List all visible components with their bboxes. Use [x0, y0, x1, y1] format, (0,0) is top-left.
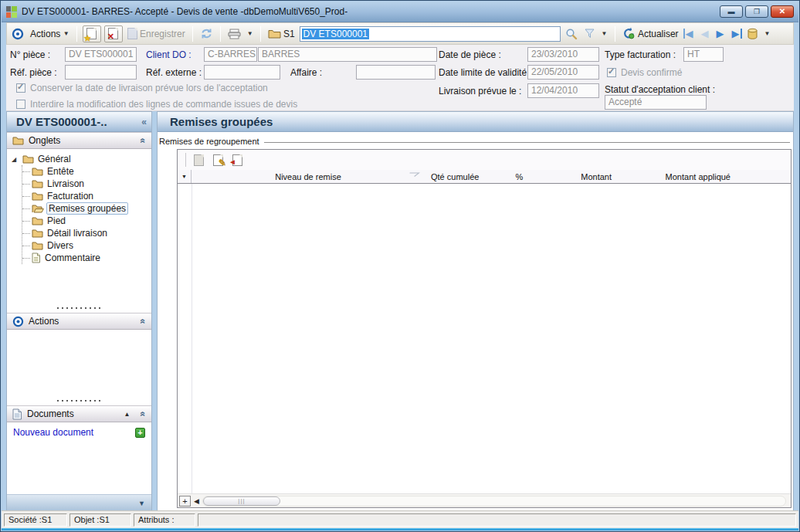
- sort-filter-icon[interactable]: [409, 171, 420, 181]
- search-button[interactable]: [564, 28, 579, 40]
- print-dropdown-button[interactable]: ▼: [246, 31, 255, 37]
- sync-icon: [200, 28, 213, 39]
- column-label: Montant appliqué: [666, 172, 731, 181]
- panel-header-actions[interactable]: Actions «: [7, 313, 151, 330]
- save-button: Enregistrer: [126, 28, 187, 39]
- folder-icon: [32, 229, 43, 238]
- tree-node-livraison[interactable]: Livraison: [22, 178, 148, 190]
- app-icon: [6, 6, 17, 17]
- filter-dropdown-button[interactable]: ▼: [600, 31, 609, 37]
- column-header-montant[interactable]: Montant: [541, 170, 618, 183]
- database-button[interactable]: [745, 28, 760, 40]
- tree-node-label: Livraison: [47, 178, 84, 189]
- collapse-panel-icon[interactable]: «: [138, 138, 149, 144]
- sync-button[interactable]: [198, 28, 215, 39]
- groupbox-label: Remises de regroupement: [159, 137, 259, 146]
- next-record-button[interactable]: ▶: [714, 29, 727, 39]
- database-dropdown-button[interactable]: ▼: [763, 31, 772, 37]
- toolbar-separator: [260, 26, 261, 42]
- scrollbar-thumb[interactable]: |||: [203, 496, 280, 506]
- delete-record-button[interactable]: ✕: [104, 25, 123, 42]
- add-row-button[interactable]: +: [179, 496, 191, 507]
- window-bottom-edge: [2, 528, 798, 530]
- toolbar-separator: [220, 26, 221, 42]
- print-button[interactable]: [226, 29, 242, 39]
- refresh-button[interactable]: Actualiser: [621, 27, 680, 40]
- toolbar-separator: [185, 153, 186, 167]
- status-societe: Société :S1: [4, 513, 67, 527]
- filter-button[interactable]: [582, 28, 597, 39]
- column-header-qte-cumulee[interactable]: Qté cumulée: [425, 170, 498, 183]
- tree-node-label: Remises groupées: [46, 202, 128, 215]
- tree-node-entete[interactable]: Entête: [22, 165, 148, 178]
- horizontal-scrollbar[interactable]: |||: [202, 496, 786, 507]
- tree-node-general[interactable]: ◢ Général: [12, 153, 148, 165]
- tree-node-commentaire[interactable]: Commentaire: [22, 252, 148, 264]
- new-record-button[interactable]: ★: [83, 25, 101, 42]
- tree-node-pied[interactable]: Pied: [22, 215, 148, 227]
- window-title: DV ETS000001- BARRES- Accepté - Devis de…: [22, 6, 347, 17]
- conserver-date-checkbox: [16, 83, 25, 93]
- row-selector-header[interactable]: ▼: [178, 170, 192, 183]
- panel-splitter[interactable]: [7, 303, 151, 313]
- collapse-panel-icon[interactable]: «: [138, 319, 149, 324]
- refresh-label: Actualiser: [638, 29, 679, 39]
- column-label: Qté cumulée: [431, 172, 479, 181]
- column-header-montant-applique[interactable]: Montant appliqué: [618, 170, 741, 183]
- content-area: DV ETS000001-.. « Onglets « ◢ Général En…: [6, 111, 794, 512]
- delete-x-icon: ✕: [107, 32, 114, 41]
- panel-splitter[interactable]: [7, 396, 151, 405]
- actions-menu-button[interactable]: Actions ▼: [29, 29, 71, 39]
- livraison-prevue-label: Livraison prévue le :: [439, 86, 521, 97]
- grid-detail-button[interactable]: ◄: [231, 154, 244, 166]
- grid-edit-line-button[interactable]: ✎: [212, 154, 225, 166]
- scroll-up-icon[interactable]: ▲: [124, 411, 130, 418]
- tree-node-detail-livraison[interactable]: Détail livraison: [22, 227, 148, 239]
- client-do-code-field: C-BARRES: [204, 47, 257, 62]
- status-objet: Objet :S1: [69, 513, 131, 527]
- devis-confirme-label: Devis confirmé: [621, 67, 682, 78]
- column-header-pourcent[interactable]: %: [498, 170, 541, 183]
- date-limite-label: Date limite de validité :: [439, 67, 532, 78]
- new-document-link[interactable]: Nouveau document: [13, 427, 93, 438]
- site-label: S1: [283, 29, 295, 39]
- site-selector[interactable]: S1: [266, 29, 297, 39]
- interdire-modification-checkbox: [16, 100, 25, 109]
- main-panel: Remises groupées Remises de regroupement…: [157, 111, 794, 512]
- chevron-down-icon: ▼: [764, 31, 771, 37]
- title-bar[interactable]: DV ETS000001- BARRES- Accepté - Devis de…: [2, 2, 798, 22]
- tree-node-facturation[interactable]: Facturation: [22, 190, 148, 202]
- scroll-left-icon[interactable]: ◀: [192, 497, 201, 505]
- table-body-empty: [178, 184, 791, 493]
- collapse-panel-icon[interactable]: «: [138, 412, 149, 417]
- first-record-button[interactable]: ◀: [683, 29, 696, 39]
- panel-header-documents[interactable]: Documents ▲ «: [7, 405, 151, 422]
- restore-button[interactable]: ❐: [745, 5, 768, 18]
- sidebar-bottom-bar: ▼: [7, 494, 151, 511]
- ref-piece-label: Réf. pièce :: [10, 67, 57, 78]
- collapse-sidebar-icon[interactable]: «: [141, 117, 147, 127]
- add-document-button[interactable]: +: [135, 428, 145, 438]
- last-record-button[interactable]: ▶: [730, 29, 742, 39]
- tree-node-divers[interactable]: Divers: [22, 239, 148, 252]
- folder-icon: [32, 216, 43, 225]
- groupbox-header: Remises de regroupement: [158, 135, 792, 147]
- close-button[interactable]: ✕: [771, 5, 794, 18]
- previous-record-button[interactable]: ◀: [699, 29, 711, 39]
- red-arrow-icon: ◄: [229, 158, 236, 166]
- panel-header-onglets[interactable]: Onglets «: [7, 132, 151, 149]
- chevron-down-icon: ▼: [63, 31, 69, 37]
- client-do-label[interactable]: Client DO :: [146, 49, 192, 60]
- column-header-niveau-de-remise[interactable]: Niveau de remise: [192, 170, 425, 183]
- expander-icon[interactable]: ◢: [12, 156, 19, 163]
- tree-node-remises-groupees[interactable]: Remises groupées: [22, 202, 148, 215]
- livraison-prevue-field: 12/04/2010: [527, 83, 599, 98]
- conserver-date-label: Conserver la date de livraison prévue lo…: [30, 83, 268, 93]
- scroll-down-icon[interactable]: ▼: [138, 500, 145, 507]
- main-panel-header: Remises groupées: [158, 112, 793, 132]
- status-attributs: Attributs :: [134, 513, 195, 527]
- tree-node-label: Général: [38, 154, 71, 164]
- tree-node-label: Divers: [47, 240, 73, 251]
- minimize-button[interactable]: ▬: [720, 5, 743, 18]
- record-reference-input[interactable]: DV ETS000001: [300, 26, 561, 42]
